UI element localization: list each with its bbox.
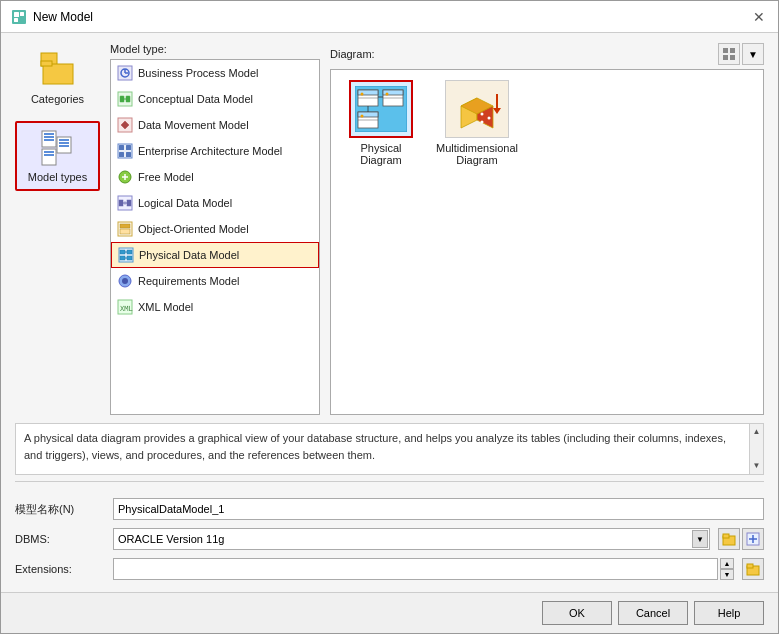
diagram-item-multidimensional[interactable]: Multidimensional Diagram (437, 80, 517, 166)
conceptual-data-icon (117, 91, 133, 107)
list-item-enterprise-arch-label: Enterprise Architecture Model (138, 145, 282, 157)
dbms-buttons (718, 528, 764, 550)
list-item-data-movement-label: Data Movement Model (138, 119, 249, 131)
list-item-business-process-label: Business Process Model (138, 67, 258, 79)
model-types-item[interactable]: Model types (15, 121, 100, 191)
categories-icon (39, 51, 77, 89)
extensions-row: Extensions: ▲ ▼ (15, 556, 764, 582)
physical-diagram-label: Physical Diagram (341, 142, 421, 166)
svg-rect-47 (120, 256, 125, 260)
scroll-down-arrow[interactable]: ▼ (751, 458, 763, 474)
model-name-input[interactable] (113, 498, 764, 520)
multidimensional-diagram-label: Multidimensional Diagram (436, 142, 518, 166)
dbms-label: DBMS: (15, 533, 105, 545)
dbms-folder-button[interactable] (718, 528, 740, 550)
ok-button[interactable]: OK (542, 601, 612, 625)
dropdown-view-button[interactable]: ▼ (742, 43, 764, 65)
list-item-object-oriented[interactable]: Object-Oriented Model (111, 216, 319, 242)
svg-point-52 (122, 278, 128, 284)
dbms-add-button[interactable] (742, 528, 764, 550)
svg-point-77 (481, 113, 484, 116)
dialog-title: New Model (33, 10, 93, 24)
diagram-item-physical[interactable]: Physical Diagram (341, 80, 421, 166)
model-type-label: Model type: (110, 43, 320, 55)
content-area: Categories (1, 33, 778, 592)
diagram-header: Diagram: ▼ (330, 43, 764, 65)
svg-rect-88 (747, 564, 753, 568)
svg-rect-13 (59, 142, 69, 144)
svg-rect-38 (127, 200, 131, 206)
svg-point-73 (361, 115, 364, 118)
grid-view-button[interactable] (718, 43, 740, 65)
svg-rect-3 (14, 18, 18, 22)
svg-rect-0 (12, 10, 26, 24)
title-bar: New Model ✕ (1, 1, 778, 33)
scroll-up-arrow[interactable]: ▲ (751, 424, 763, 440)
svg-rect-29 (119, 145, 124, 150)
physical-data-icon (118, 247, 134, 263)
svg-rect-30 (126, 145, 131, 150)
description-scrollbar: ▲ ▼ (749, 424, 763, 474)
svg-rect-56 (730, 48, 735, 53)
svg-rect-17 (44, 154, 54, 156)
left-panel: Categories (15, 43, 100, 415)
dbms-select[interactable]: ORACLE Version 11g (113, 528, 710, 550)
extensions-wrapper: ▲ ▼ (113, 558, 734, 580)
description-area: A physical data diagram provides a graph… (15, 423, 764, 475)
requirements-icon (117, 273, 133, 289)
help-button[interactable]: Help (694, 601, 764, 625)
categories-item[interactable]: Categories (15, 43, 100, 113)
categories-label: Categories (31, 93, 84, 105)
close-button[interactable]: ✕ (750, 8, 768, 26)
svg-rect-5 (43, 64, 73, 84)
list-item-requirements[interactable]: Requirements Model (111, 268, 319, 294)
model-types-label: Model types (28, 171, 87, 183)
list-item-physical-data[interactable]: Physical Data Model (111, 242, 319, 268)
list-item-business-process[interactable]: Business Process Model (111, 60, 319, 86)
physical-diagram-icon (349, 80, 413, 138)
svg-rect-10 (44, 139, 54, 141)
svg-point-72 (386, 93, 389, 96)
list-item-free-model-label: Free Model (138, 171, 194, 183)
svg-rect-58 (730, 55, 735, 60)
svg-point-71 (361, 93, 364, 96)
top-section: Categories (15, 43, 764, 415)
xml-model-icon: XML (117, 299, 133, 315)
svg-point-78 (488, 117, 491, 120)
svg-rect-14 (59, 145, 69, 147)
svg-rect-42 (120, 224, 130, 228)
svg-rect-12 (59, 139, 69, 141)
list-item-logical-data[interactable]: Logical Data Model (111, 190, 319, 216)
business-process-icon (117, 65, 133, 81)
dbms-row: DBMS: ORACLE Version 11g ▼ (15, 526, 764, 552)
svg-rect-23 (120, 96, 124, 102)
svg-rect-9 (44, 136, 54, 138)
svg-rect-43 (120, 229, 130, 234)
extensions-folder-button[interactable] (742, 558, 764, 580)
svg-marker-81 (493, 108, 501, 114)
diagram-label: Diagram: (330, 48, 375, 60)
svg-rect-57 (723, 55, 728, 60)
title-bar-left: New Model (11, 9, 93, 25)
list-item-xml-model[interactable]: XML XML Model (111, 294, 319, 320)
extensions-up-arrow[interactable]: ▲ (720, 558, 734, 569)
svg-rect-55 (723, 48, 728, 53)
list-item-enterprise-arch[interactable]: Enterprise Architecture Model (111, 138, 319, 164)
svg-rect-8 (44, 133, 54, 135)
new-model-dialog: New Model ✕ Categories (0, 0, 779, 634)
list-item-requirements-label: Requirements Model (138, 275, 240, 287)
svg-rect-37 (119, 200, 123, 206)
extensions-down-arrow[interactable]: ▼ (720, 569, 734, 580)
svg-rect-6 (41, 61, 52, 66)
model-name-label: 模型名称(N) (15, 502, 105, 517)
list-item-data-movement[interactable]: Data Movement Model (111, 112, 319, 138)
right-panel: Diagram: ▼ (330, 43, 764, 415)
list-item-conceptual-data[interactable]: Conceptual Data Model (111, 86, 319, 112)
svg-rect-16 (44, 151, 54, 153)
svg-rect-31 (119, 152, 124, 157)
list-item-free-model[interactable]: Free Model (111, 164, 319, 190)
multidimensional-diagram-icon (445, 80, 509, 138)
extensions-buttons (742, 558, 764, 580)
cancel-button[interactable]: Cancel (618, 601, 688, 625)
middle-panel: Model type: Business Process Model (110, 43, 320, 415)
